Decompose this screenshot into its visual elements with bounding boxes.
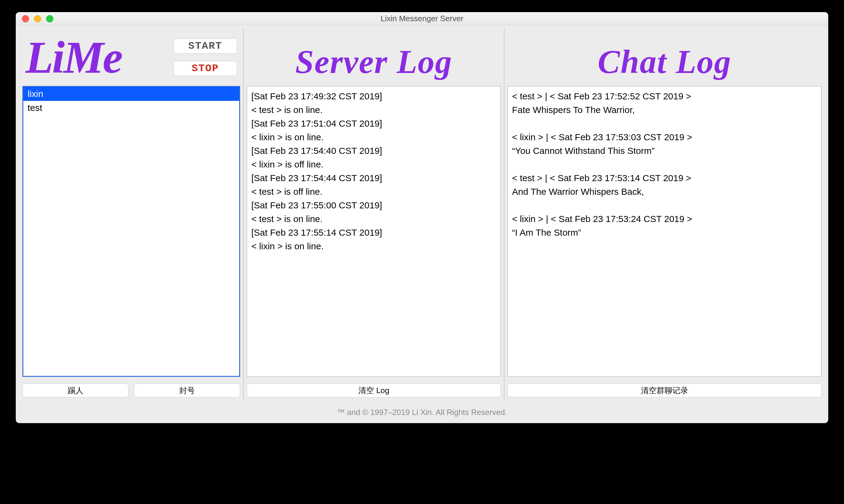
start-button[interactable]: START (173, 38, 237, 54)
ban-button[interactable]: 封号 (134, 383, 240, 397)
close-icon[interactable] (22, 15, 29, 22)
chat-log-header: Chat Log (507, 29, 822, 86)
left-header: LiMe START STOP (22, 29, 240, 86)
clear-chat-button[interactable]: 清空群聊记录 (507, 383, 822, 397)
server-log-panel: Server Log [Sat Feb 23 17:49:32 CST 2019… (244, 29, 504, 400)
kick-button[interactable]: 踢人 (22, 383, 128, 397)
app-logo: LiMe (25, 35, 122, 80)
window-title: Lixin Messenger Server (380, 14, 463, 23)
server-log-header: Server Log (247, 29, 501, 86)
server-log-title: Server Log (250, 36, 498, 78)
content-area: LiMe START STOP lixintest 踢人 封号 Server L… (16, 25, 828, 403)
maximize-icon[interactable] (46, 15, 53, 22)
chat-log-text[interactable]: < test > | < Sat Feb 23 17:52:52 CST 201… (507, 86, 822, 377)
server-log-buttons: 清空 Log (247, 381, 501, 400)
user-action-buttons: 踢人 封号 (22, 381, 240, 400)
user-list[interactable]: lixintest (22, 86, 240, 377)
app-window: Lixin Messenger Server LiMe START STOP l… (16, 12, 828, 423)
minimize-icon[interactable] (34, 15, 41, 22)
traffic-lights (16, 15, 53, 22)
titlebar: Lixin Messenger Server (16, 12, 828, 25)
chat-log-title: Chat Log (511, 36, 819, 78)
server-log-text[interactable]: [Sat Feb 23 17:49:32 CST 2019] < test > … (247, 86, 501, 377)
stop-button[interactable]: STOP (173, 61, 237, 76)
footer-text: ™ and © 1997–2019 Li Xin. All Rights Res… (16, 403, 828, 423)
clear-log-button[interactable]: 清空 Log (247, 383, 501, 397)
list-item[interactable]: lixin (23, 87, 239, 101)
chat-log-panel: Chat Log < test > | < Sat Feb 23 17:52:5… (504, 29, 825, 400)
list-item[interactable]: test (23, 101, 239, 115)
chat-log-buttons: 清空群聊记录 (507, 381, 822, 400)
users-panel: LiMe START STOP lixintest 踢人 封号 (19, 29, 244, 400)
server-controls: START STOP (173, 38, 237, 76)
